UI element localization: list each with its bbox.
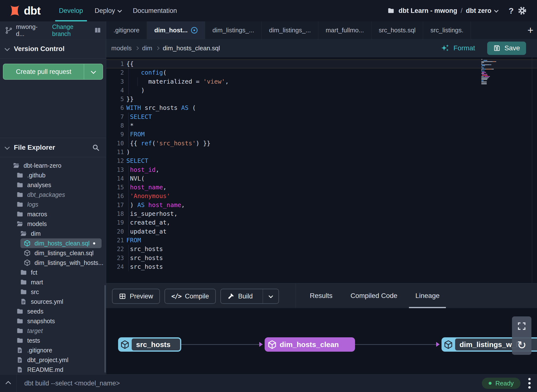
code-line[interactable]: 19 created_at,	[106, 218, 537, 227]
code-line[interactable]: 13 host_id,	[106, 166, 537, 174]
code-line[interactable]: 21FROM	[106, 236, 537, 245]
code-line[interactable]: 12SELECT	[106, 157, 537, 165]
version-control-header[interactable]: Version Control	[0, 39, 106, 59]
code-text: materialized = 'view',	[124, 77, 229, 86]
command-input[interactable]: dbt build --select <model_name>	[24, 380, 120, 387]
search-icon[interactable]	[92, 144, 100, 151]
refresh-icon[interactable]: ↻	[517, 340, 527, 350]
code-editor[interactable]: 1{{2 config(3 materialized = 'view',4 )5…	[106, 57, 537, 283]
code-line[interactable]: 15 host_name,	[106, 183, 537, 192]
lineage-edge	[355, 344, 440, 345]
change-branch-link[interactable]: Change branch	[52, 23, 94, 37]
file-tree-item[interactable]: tests	[0, 336, 106, 345]
expand-command-bar-button[interactable]	[0, 375, 17, 392]
file-tree-item[interactable]: logs	[0, 200, 106, 209]
code-line[interactable]: 11)	[106, 148, 537, 157]
lineage-node-src-hosts[interactable]: src_hosts	[118, 337, 181, 352]
file-tree-item[interactable]: analyses	[0, 180, 106, 190]
build-button[interactable]: Build	[220, 289, 279, 304]
code-line[interactable]: 2 config(	[106, 68, 537, 77]
nav-item-documentation[interactable]: Documentation	[127, 0, 183, 21]
file-explorer-header[interactable]: File Explorer	[0, 138, 106, 157]
code-line[interactable]: 17 ) AS host_name,	[106, 201, 537, 209]
sidebar-scrollbar[interactable]	[104, 285, 106, 373]
build-main[interactable]: Build	[221, 289, 259, 303]
fullscreen-icon[interactable]	[517, 321, 527, 331]
file-tree-item[interactable]: snapshots	[0, 316, 106, 326]
file-tree-item[interactable]: sources.yml	[0, 297, 106, 306]
chevron-down-icon	[5, 46, 10, 51]
format-button[interactable]: Format	[441, 44, 475, 52]
code-line[interactable]: 20 updated_at	[106, 227, 537, 236]
code-line[interactable]: 7 SELECT	[106, 113, 537, 121]
code-line[interactable]: 24 src_hosts	[106, 262, 537, 271]
grid-icon	[119, 293, 126, 300]
code-line[interactable]: 9 FROM	[106, 130, 537, 139]
project-selector[interactable]: dbt Learn - mwong / dbt zero	[387, 7, 498, 15]
file-name: dim_listings_clean.sql	[35, 250, 94, 257]
pr-dropdown-button[interactable]	[84, 64, 103, 79]
file-tree-item[interactable]: dbt-learn-zero	[0, 161, 106, 170]
code-line[interactable]: 5}}	[106, 95, 537, 104]
file-tree-item[interactable]: dim	[0, 229, 106, 238]
code-line[interactable]: 22 src_hosts	[106, 245, 537, 253]
code-line[interactable]: 10 {{ ref('src_hosts') }}	[106, 139, 537, 148]
save-button[interactable]: Save	[487, 42, 526, 55]
code-text: ) AS host_name,	[124, 201, 185, 209]
code-line[interactable]: 18 is_superhost,	[106, 209, 537, 218]
code-line[interactable]: 14 NVL(	[106, 174, 537, 183]
editor-tab[interactable]: dim_host...	[147, 21, 205, 39]
file-tree-item[interactable]: dim_listings_clean.sql	[0, 248, 106, 258]
file-tree-item[interactable]: mart	[0, 277, 106, 287]
nav-item-deploy[interactable]: Deploy	[89, 0, 127, 21]
file-tree-item[interactable]: fct	[0, 268, 106, 277]
file-tree-item[interactable]: README.md	[0, 365, 106, 374]
minimap[interactable]	[481, 59, 497, 85]
tab-lineage[interactable]: Lineage	[409, 283, 446, 308]
status-badge[interactable]: Ready	[482, 378, 520, 389]
editor-scrollbar[interactable]	[532, 57, 532, 283]
create-pull-request-button[interactable]: Create pull request	[3, 64, 103, 80]
editor-tab[interactable]: src_listings.	[423, 21, 471, 39]
preview-button[interactable]: Preview	[112, 289, 160, 304]
new-tab-button[interactable]: +	[524, 21, 537, 39]
file-tree-item[interactable]: dim_hosts_clean.sql	[20, 238, 102, 248]
line-number: 5	[106, 95, 124, 104]
nav-item-develop[interactable]: Develop	[53, 0, 89, 21]
code-line[interactable]: 1{{	[106, 60, 537, 68]
lineage-node-dim-hosts-clean[interactable]: dim_hosts_clean	[265, 337, 355, 352]
top-nav-right: dbt Learn - mwong / dbt zero ?	[387, 6, 537, 16]
build-dropdown-button[interactable]	[263, 289, 278, 303]
compile-button[interactable]: </> Compile	[165, 289, 216, 304]
file-tree-item[interactable]: src	[0, 287, 106, 297]
kebab-menu-icon[interactable]	[527, 377, 532, 390]
code-line[interactable]: 8 *	[106, 121, 537, 130]
unsaved-dot-icon	[93, 242, 95, 244]
editor-tab[interactable]: .gitignore	[106, 21, 147, 39]
file-tree-item[interactable]: target	[0, 326, 106, 336]
file-tree-item[interactable]: seeds	[0, 306, 106, 316]
tab-compiled-code[interactable]: Compiled Code	[344, 283, 404, 308]
editor-tab[interactable]: src_hosts.sql	[372, 21, 423, 39]
file-tree-item[interactable]: dbt_packages	[0, 190, 106, 200]
code-line[interactable]: 16 'Anonymous'	[106, 192, 537, 200]
file-tree-item[interactable]: .gitignore	[0, 345, 106, 355]
code-text: created_at,	[124, 218, 170, 227]
file-tree-item[interactable]: dim_listings_with_hosts...	[0, 258, 106, 268]
editor-tab[interactable]: mart_fullmo...	[318, 21, 372, 39]
code-line[interactable]: 4 )	[106, 86, 537, 95]
help-icon[interactable]: ?	[509, 6, 514, 16]
tab-results[interactable]: Results	[303, 283, 339, 308]
editor-tab[interactable]: dim_listings_...	[205, 21, 262, 39]
file-tree-item[interactable]: .github	[0, 170, 106, 180]
code-line[interactable]: 6WITH src_hosts AS (	[106, 104, 537, 112]
file-tree-item[interactable]: models	[0, 219, 106, 229]
file-tree-item[interactable]: macros	[0, 209, 106, 219]
editor-tab[interactable]: dim_listings_...	[262, 21, 318, 39]
file-tree-item[interactable]: dbt_project.yml	[0, 355, 106, 365]
code-line[interactable]: 3 materialized = 'view',	[106, 77, 537, 86]
code-line[interactable]: 23 src_hosts	[106, 254, 537, 262]
docs-book-icon[interactable]	[93, 26, 102, 34]
dbt-logo[interactable]: dbt	[0, 0, 41, 21]
settings-gear-icon[interactable]	[518, 6, 527, 15]
